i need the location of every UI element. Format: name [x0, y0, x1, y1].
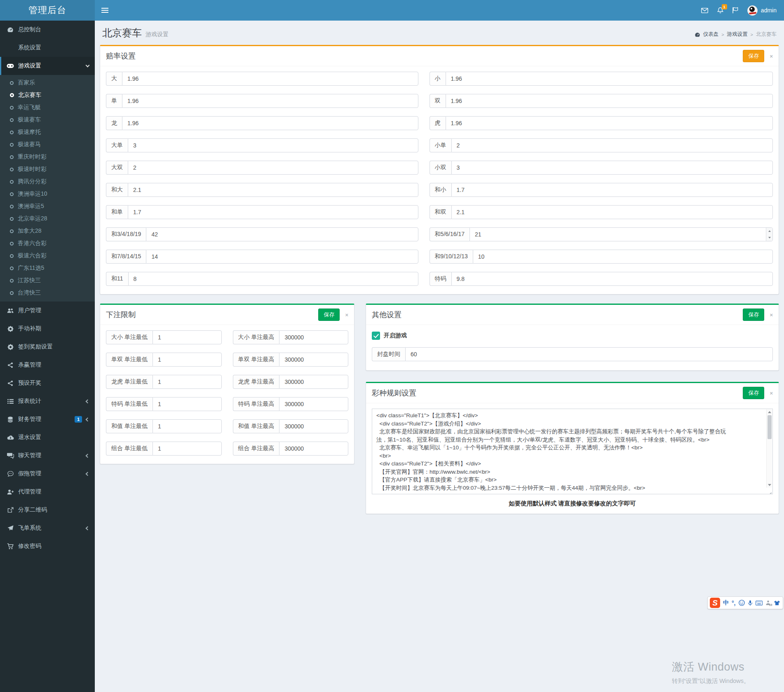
field-input[interactable]	[128, 272, 418, 286]
notifications-icon[interactable]: 1	[717, 7, 723, 14]
field-input[interactable]	[128, 205, 418, 219]
number-spinner[interactable]	[766, 228, 772, 241]
sidebar-item[interactable]: 用户管理	[0, 302, 95, 320]
submenu-item[interactable]: 香港六合彩	[0, 237, 95, 250]
ime-account-icon[interactable]: 19	[765, 600, 771, 606]
submenu-item[interactable]: 极速赛车	[0, 114, 95, 126]
sogou-logo-icon[interactable]: S	[710, 598, 720, 608]
submenu-item[interactable]: 极速赛马	[0, 138, 95, 151]
breadcrumb-dashboard[interactable]: 仪表盘	[703, 31, 719, 38]
field-input[interactable]	[153, 442, 222, 456]
emoji-icon[interactable]	[739, 600, 745, 606]
other-close-icon[interactable]: ×	[770, 312, 773, 318]
rules-save-button[interactable]: 保存	[743, 387, 764, 399]
scroll-down-icon[interactable]	[767, 482, 772, 488]
odds-save-button[interactable]: 保存	[743, 50, 764, 62]
field-input[interactable]	[451, 138, 773, 152]
field-input[interactable]	[451, 272, 773, 286]
field-input[interactable]	[446, 116, 773, 130]
submenu-item[interactable]: 极速六合彩	[0, 250, 95, 262]
field-input[interactable]	[153, 419, 222, 433]
submenu-item[interactable]: 澳洲幸运5	[0, 200, 95, 213]
rules-textarea[interactable]: <div class="RuleT1">【北京赛车】</div> <div cl…	[372, 409, 773, 494]
brand-logo[interactable]: 管理后台	[0, 0, 95, 21]
messages-icon[interactable]	[701, 8, 708, 13]
breadcrumb-game-settings[interactable]: 游戏设置	[727, 31, 748, 38]
submenu-item[interactable]: 重庆时时彩	[0, 151, 95, 163]
other-save-button[interactable]: 保存	[743, 309, 764, 321]
sidebar-item[interactable]: 报表统计	[0, 392, 95, 410]
submenu-item[interactable]: 腾讯分分彩	[0, 175, 95, 188]
field-input[interactable]	[473, 250, 773, 264]
field-input[interactable]	[451, 161, 773, 175]
submenu-item[interactable]: 加拿大28	[0, 225, 95, 237]
sidebar-item[interactable]: 财务管理1	[0, 410, 95, 428]
field-input[interactable]	[279, 419, 348, 433]
submenu-item[interactable]: 幸运飞艇	[0, 101, 95, 114]
sidebar-item[interactable]: 飞单系统	[0, 519, 95, 537]
submenu-item[interactable]: 北京幸运28	[0, 213, 95, 225]
sidebar-item[interactable]: 杀赢管理	[0, 356, 95, 374]
submenu-item-active[interactable]: 北京赛车	[0, 89, 95, 101]
field-input[interactable]	[279, 442, 348, 456]
sidebar-item[interactable]: 分享二维码	[0, 501, 95, 519]
field-input[interactable]	[153, 353, 222, 367]
field-input[interactable]	[446, 94, 773, 108]
field-input[interactable]	[153, 397, 222, 411]
scrollbar-thumb[interactable]	[768, 415, 772, 439]
enable-game-checkbox[interactable]	[372, 332, 380, 340]
ime-mode-chinese[interactable]: 中	[723, 599, 729, 607]
field-input[interactable]	[122, 116, 418, 130]
sidebar-item[interactable]: 手动补期	[0, 320, 95, 338]
field-input[interactable]	[153, 375, 222, 389]
sidebar-item[interactable]: 修改密码	[0, 537, 95, 555]
field-input[interactable]	[128, 183, 418, 197]
field-input[interactable]	[469, 227, 773, 241]
submenu-item[interactable]: 广东11选5	[0, 262, 95, 274]
textarea-scrollbar[interactable]	[766, 409, 772, 488]
field-input[interactable]	[451, 183, 773, 197]
sidebar-item[interactable]: 退水设置	[0, 428, 95, 447]
scroll-up-icon[interactable]	[767, 409, 772, 415]
field-input[interactable]	[279, 397, 348, 411]
field-input[interactable]	[128, 161, 418, 175]
field-input[interactable]	[146, 227, 418, 241]
sidebar-item[interactable]: 签到奖励设置	[0, 338, 95, 356]
sidebar-item[interactable]: 总控制台	[0, 21, 95, 39]
field-input[interactable]	[128, 138, 418, 152]
skin-tshirt-icon[interactable]	[774, 600, 780, 606]
close-time-input[interactable]	[405, 347, 773, 361]
submenu-item[interactable]: 江苏快三	[0, 274, 95, 287]
sidebar-toggle-button[interactable]	[95, 0, 115, 21]
submenu-item[interactable]: 澳洲幸运10	[0, 188, 95, 200]
sidebar-item[interactable]: 聊天管理	[0, 447, 95, 465]
user-menu[interactable]: admin	[747, 5, 777, 16]
sidebar-item[interactable]: 预设开奖	[0, 374, 95, 392]
limits-close-icon[interactable]: ×	[345, 312, 348, 318]
field-input[interactable]	[446, 72, 773, 86]
field-input[interactable]	[279, 330, 348, 344]
submenu-item[interactable]: 百家乐	[0, 77, 95, 89]
ime-punctuation[interactable]: °,	[732, 600, 736, 606]
field-input[interactable]	[153, 330, 222, 344]
sidebar-item[interactable]: 游戏设置	[0, 57, 95, 75]
field-input[interactable]	[279, 375, 348, 389]
field-input[interactable]	[451, 205, 773, 219]
field-input[interactable]	[279, 353, 348, 367]
keyboard-icon[interactable]	[756, 601, 763, 606]
sidebar-item[interactable]: 代理管理	[0, 483, 95, 501]
sidebar-item[interactable]: 假拖管理	[0, 465, 95, 483]
microphone-icon[interactable]	[748, 600, 753, 606]
field-input[interactable]	[122, 72, 418, 86]
sidebar-item[interactable]: 系统设置	[0, 39, 95, 57]
rules-close-icon[interactable]: ×	[770, 390, 773, 396]
submenu-item[interactable]: 极速时时彩	[0, 163, 95, 175]
limits-save-button[interactable]: 保存	[318, 309, 340, 321]
field-input[interactable]	[122, 94, 418, 108]
odds-close-icon[interactable]: ×	[770, 53, 773, 59]
submenu-item[interactable]: 极速摩托	[0, 126, 95, 138]
field-input[interactable]	[146, 250, 418, 264]
flag-icon[interactable]	[732, 7, 738, 14]
submenu-item[interactable]: 台湾快三	[0, 287, 95, 299]
textarea-resize-grip[interactable]	[767, 489, 772, 493]
